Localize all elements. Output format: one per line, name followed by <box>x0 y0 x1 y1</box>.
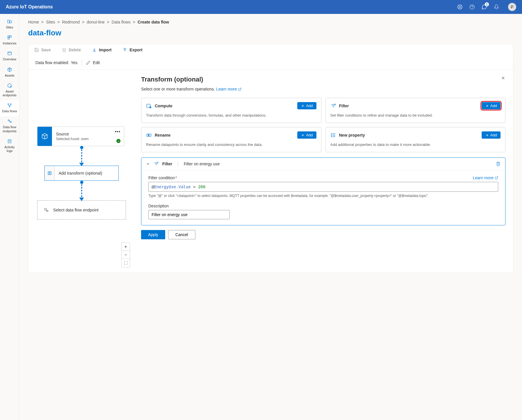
filter-editor-header: Filter | Filter on energy use <box>141 158 505 170</box>
panel-subtitle: Select one or more transform operations.… <box>141 87 505 91</box>
header-actions: 1 P <box>457 3 516 11</box>
description-input[interactable] <box>148 210 230 219</box>
sidebar-item-dataflow-endpoints[interactable]: Data flow endpoints <box>0 116 19 136</box>
sidebar-item-data-flows[interactable]: Data flows <box>0 100 19 116</box>
sidebar: Sites Instances Overview Assets Asset en… <box>0 14 19 420</box>
svg-rect-5 <box>8 38 9 39</box>
svg-line-27 <box>240 88 241 90</box>
cube-icon <box>37 127 52 146</box>
editor-head-label: Filter <box>162 162 172 166</box>
filter-card: Filter Add Set filter conditions to refi… <box>325 98 506 123</box>
close-icon[interactable] <box>501 76 505 80</box>
page-title: data-flow <box>28 28 513 37</box>
save-button: Save <box>34 48 51 52</box>
export-button[interactable]: Export <box>123 48 142 52</box>
external-link-icon <box>238 88 242 91</box>
condition-hint: Type "@" or click "<datapoint>" to selec… <box>148 193 498 198</box>
card-title: Compute <box>155 104 172 108</box>
filter-add-button[interactable]: Add <box>482 102 501 109</box>
import-icon <box>92 48 97 52</box>
condition-label: Filter condition* <box>148 175 177 180</box>
filter-small-icon <box>154 161 159 166</box>
external-link-icon <box>495 176 498 180</box>
card-desc: Add additional properties to data to mak… <box>330 142 501 147</box>
sidebar-item-assets[interactable]: Assets <box>0 64 19 80</box>
panel-title: Transform (optional) <box>141 76 203 83</box>
svg-rect-6 <box>8 52 11 55</box>
breadcrumb-current: Create data flow <box>138 20 169 24</box>
transform-label: Add transform (optional) <box>55 171 106 175</box>
sidebar-label: Assets <box>5 74 14 77</box>
enabled-label: Data flow enabled: <box>35 60 69 65</box>
import-button[interactable]: Import <box>92 48 112 52</box>
svg-rect-41 <box>149 134 151 136</box>
sidebar-item-overview[interactable]: Overview <box>0 48 19 64</box>
sidebar-item-asset-endpoints[interactable]: Asset endpoints <box>0 80 19 100</box>
endpoint-node[interactable]: Select data flow endpoint <box>37 200 126 220</box>
svg-point-9 <box>8 104 9 104</box>
data-flows-icon <box>7 102 12 108</box>
sidebar-item-sites[interactable]: Sites <box>0 16 19 32</box>
filter-condition-input[interactable]: @EnergyUse.Value > 200 <box>148 182 498 192</box>
delete-button: Delete <box>62 48 81 52</box>
svg-rect-14 <box>8 140 11 143</box>
svg-point-23 <box>44 208 46 210</box>
learn-more-link[interactable]: Learn more <box>216 87 241 91</box>
sidebar-item-instances[interactable]: Instances <box>0 32 19 48</box>
newprop-add-button[interactable]: Add <box>482 131 501 139</box>
filter-editor: Filter | Filter on energy use Filter con… <box>141 158 505 225</box>
bell-icon[interactable] <box>494 4 499 10</box>
feedback-icon[interactable]: 1 <box>481 4 487 10</box>
zoom-in-button[interactable]: + <box>122 243 130 251</box>
svg-point-0 <box>459 6 461 8</box>
condition-learn-more[interactable]: Learn more <box>473 175 498 180</box>
zoom-fit-button[interactable]: ⛶ <box>122 259 130 267</box>
cancel-button[interactable]: Cancel <box>168 230 195 239</box>
zoom-out-button[interactable]: − <box>122 251 130 259</box>
sidebar-item-activity-logs[interactable]: Activity logs <box>0 136 19 156</box>
breadcrumb-link[interactable]: Data flows <box>111 20 130 24</box>
dataflow-endpoints-icon <box>7 118 12 124</box>
breadcrumb-link[interactable]: donut-line <box>87 20 105 24</box>
help-icon[interactable] <box>469 4 475 10</box>
editor-head-value: Filter on energy use <box>184 162 220 166</box>
svg-rect-40 <box>147 134 148 136</box>
svg-rect-21 <box>48 172 49 175</box>
breadcrumb-link[interactable]: Home <box>28 20 39 24</box>
card-desc: Set filter conditions to refine and mana… <box>330 113 501 118</box>
source-node[interactable]: Source Selected Asset: oven ••• <box>37 126 124 146</box>
sidebar-label: Overview <box>3 57 16 61</box>
app-title: Azure IoT Operations <box>6 4 53 10</box>
breadcrumb: Home> Sites> Redmond> donut-line> Data f… <box>28 20 513 24</box>
save-icon <box>34 48 39 52</box>
rename-add-button[interactable]: Add <box>297 131 316 139</box>
avatar[interactable]: P <box>508 3 516 11</box>
app-header: Azure IoT Operations 1 P <box>0 0 522 14</box>
chevron-down-icon[interactable] <box>146 162 150 166</box>
svg-point-13 <box>10 121 12 123</box>
breadcrumb-link[interactable]: Redmond <box>62 20 80 24</box>
svg-point-49 <box>331 135 332 135</box>
apply-button[interactable]: Apply <box>141 230 165 239</box>
source-title: Source <box>56 132 120 136</box>
list-icon <box>330 132 336 138</box>
instances-icon <box>7 35 12 40</box>
delete-icon <box>62 48 66 52</box>
edit-icon <box>86 60 91 65</box>
breadcrumb-link[interactable]: Sites <box>46 20 55 24</box>
panel-actions: Apply Cancel <box>141 230 505 239</box>
connector <box>81 181 82 200</box>
svg-point-11 <box>9 106 10 107</box>
transform-node[interactable]: Add transform (optional) <box>44 166 119 181</box>
more-icon[interactable]: ••• <box>115 129 120 134</box>
compute-add-button[interactable]: Add <box>297 102 316 109</box>
check-icon <box>116 139 120 143</box>
transform-panel: Transform (optional) Select one or more … <box>134 70 513 273</box>
settings-icon[interactable] <box>457 4 463 10</box>
flow-canvas[interactable]: Source Selected Asset: oven ••• Add tran <box>28 70 134 273</box>
toolbar: Save Delete Import Export <box>28 44 513 56</box>
svg-point-1 <box>470 5 474 9</box>
notification-badge: 1 <box>485 2 489 6</box>
edit-button[interactable]: Edit <box>86 60 100 65</box>
delete-filter-button[interactable] <box>496 162 501 166</box>
